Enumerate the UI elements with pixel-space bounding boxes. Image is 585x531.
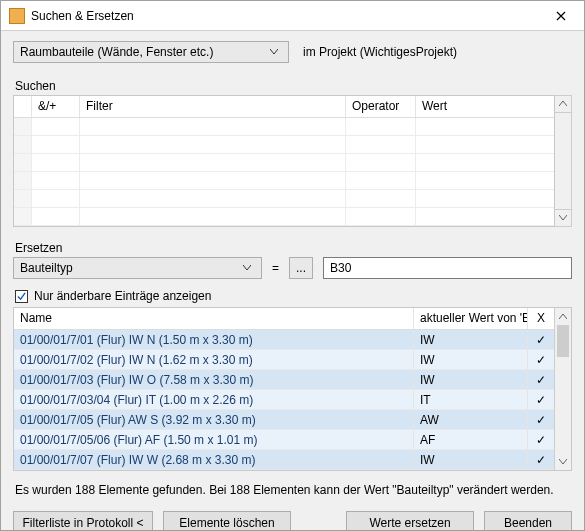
results-row[interactable]: 01/00/01/7/07 (Flur) IW W (2.68 m x 3.30…	[14, 450, 554, 470]
row-name: 01/00/01/7/05/06 (Flur) AF (1.50 m x 1.0…	[14, 430, 414, 449]
editable-only-label: Nur änderbare Einträge anzeigen	[34, 289, 211, 303]
search-scrollbar[interactable]	[555, 95, 572, 227]
results-row[interactable]: 01/00/01/7/05/06 (Flur) AF (1.50 m x 1.0…	[14, 430, 554, 450]
results-row[interactable]: 01/00/01/7/02 (Flur) IW N (1.62 m x 3.30…	[14, 350, 554, 370]
scope-context-label: im Projekt (WichtigesProjekt)	[303, 45, 457, 59]
results-row[interactable]: 01/00/01/7/05 (Flur) AW S (3.92 m x 3.30…	[14, 410, 554, 430]
app-icon	[9, 8, 25, 24]
scroll-up-icon[interactable]	[555, 308, 571, 325]
scroll-down-icon[interactable]	[555, 453, 571, 470]
row-check[interactable]: ✓	[528, 410, 554, 429]
row-current: AF	[414, 430, 528, 449]
results-row[interactable]: 01/00/01/7/01 (Flur) IW N (1.50 m x 3.30…	[14, 330, 554, 350]
check-icon	[17, 292, 26, 301]
row-name: 01/00/01/7/07 (Flur) IW W (2.68 m x 3.30…	[14, 450, 414, 469]
results-header: Name aktueller Wert von 'Bauteiltyp' X	[14, 308, 554, 330]
results-grid-wrap: Name aktueller Wert von 'Bauteiltyp' X 0…	[13, 307, 572, 471]
protocol-button[interactable]: Filterliste in Protokoll <	[13, 511, 153, 530]
row-current: IW	[414, 350, 528, 369]
row-name: 01/00/01/7/03/04 (Flur) IT (1.00 m x 2.2…	[14, 390, 414, 409]
content-area: Raumbauteile (Wände, Fenster etc.) im Pr…	[1, 31, 584, 530]
search-row[interactable]	[14, 172, 554, 190]
results-scrollbar[interactable]	[554, 308, 571, 470]
search-section-label: Suchen	[15, 79, 572, 93]
close-icon	[556, 11, 566, 21]
header-andor[interactable]: &/+	[32, 96, 80, 117]
header-operator[interactable]: Operator	[346, 96, 416, 117]
scroll-up-icon[interactable]	[555, 96, 571, 113]
row-check[interactable]: ✓	[528, 430, 554, 449]
search-row[interactable]	[14, 118, 554, 136]
replace-value-input[interactable]: B30	[323, 257, 572, 279]
row-check[interactable]: ✓	[528, 350, 554, 369]
close-dialog-button[interactable]: Beenden	[484, 511, 572, 530]
scroll-down-icon[interactable]	[555, 209, 571, 226]
scope-select-value: Raumbauteile (Wände, Fenster etc.)	[20, 45, 266, 59]
header-wert[interactable]: Wert	[416, 96, 554, 117]
chevron-down-icon	[266, 49, 282, 55]
search-row[interactable]	[14, 208, 554, 226]
window-title: Suchen & Ersetzen	[31, 9, 538, 23]
header-filter[interactable]: Filter	[80, 96, 346, 117]
status-text: Es wurden 188 Elemente gefunden. Bei 188…	[15, 483, 570, 497]
row-current: IW	[414, 330, 528, 349]
titlebar: Suchen & Ersetzen	[1, 1, 584, 31]
chevron-down-icon	[239, 265, 255, 271]
header-name[interactable]: Name	[14, 308, 414, 329]
editable-only-checkbox[interactable]	[15, 290, 28, 303]
browse-value-button[interactable]: ...	[289, 257, 313, 279]
row-name: 01/00/01/7/01 (Flur) IW N (1.50 m x 3.30…	[14, 330, 414, 349]
results-rows: 01/00/01/7/01 (Flur) IW N (1.50 m x 3.30…	[14, 330, 554, 470]
scroll-thumb[interactable]	[557, 325, 569, 357]
close-button[interactable]	[538, 1, 584, 31]
header-x[interactable]: X	[528, 308, 554, 329]
row-current: IT	[414, 390, 528, 409]
replace-field-value: Bauteiltyp	[20, 261, 239, 275]
search-row[interactable]	[14, 136, 554, 154]
row-check[interactable]: ✓	[528, 330, 554, 349]
row-name: 01/00/01/7/05 (Flur) AW S (3.92 m x 3.30…	[14, 410, 414, 429]
replace-row: Bauteiltyp = ... B30	[13, 257, 572, 279]
editable-only-row: Nur änderbare Einträge anzeigen	[13, 289, 572, 303]
row-check[interactable]: ✓	[528, 370, 554, 389]
scope-select[interactable]: Raumbauteile (Wände, Fenster etc.)	[13, 41, 289, 63]
search-row[interactable]	[14, 154, 554, 172]
equals-label: =	[272, 261, 279, 275]
replace-field-select[interactable]: Bauteiltyp	[13, 257, 262, 279]
row-check[interactable]: ✓	[528, 390, 554, 409]
search-replace-dialog: Suchen & Ersetzen Raumbauteile (Wände, F…	[0, 0, 585, 531]
search-grid-wrap: &/+ Filter Operator Wert	[13, 95, 572, 227]
delete-elements-button[interactable]: Elemente löschen	[163, 511, 291, 530]
search-grid-rows	[14, 118, 554, 226]
button-row: Filterliste in Protokoll < Elemente lösc…	[13, 511, 572, 530]
header-blank	[14, 96, 32, 117]
row-current: IW	[414, 450, 528, 469]
search-grid[interactable]: &/+ Filter Operator Wert	[13, 95, 555, 227]
replace-section-label: Ersetzen	[15, 241, 572, 255]
row-name: 01/00/01/7/02 (Flur) IW N (1.62 m x 3.30…	[14, 350, 414, 369]
row-check[interactable]: ✓	[528, 450, 554, 469]
results-row[interactable]: 01/00/01/7/03/04 (Flur) IT (1.00 m x 2.2…	[14, 390, 554, 410]
search-row[interactable]	[14, 190, 554, 208]
scope-row: Raumbauteile (Wände, Fenster etc.) im Pr…	[13, 41, 572, 63]
row-current: IW	[414, 370, 528, 389]
row-name: 01/00/01/7/03 (Flur) IW O (7.58 m x 3.30…	[14, 370, 414, 389]
header-current[interactable]: aktueller Wert von 'Bauteiltyp'	[414, 308, 528, 329]
results-row[interactable]: 01/00/01/7/03 (Flur) IW O (7.58 m x 3.30…	[14, 370, 554, 390]
search-grid-header: &/+ Filter Operator Wert	[14, 96, 554, 118]
results-grid[interactable]: Name aktueller Wert von 'Bauteiltyp' X 0…	[14, 308, 554, 470]
replace-values-button[interactable]: Werte ersetzen	[346, 511, 474, 530]
row-current: AW	[414, 410, 528, 429]
